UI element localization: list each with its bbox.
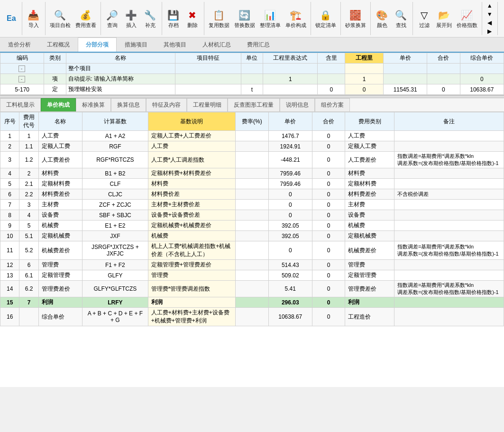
tab-unit-compose[interactable]: 单价构成 bbox=[41, 98, 76, 111]
move-up-button[interactable]: ▲ bbox=[484, 2, 495, 9]
bcell-name: 设备费 bbox=[38, 210, 82, 221]
table-row[interactable]: 13 6.1 定额管理费 GLFY 管理费 509.02 0 定额管理费 bbox=[0, 270, 504, 281]
expand-button[interactable]: 📂 展开到 bbox=[434, 8, 454, 30]
table-row[interactable]: 6 2.2 材料费差价 CLJC 材料费价差 0 0 材料费差价 不含税价调差 bbox=[0, 189, 504, 200]
bottom-table-container: 序号 费用代号 名称 计算基数 基数说明 费率(%) 单价 合价 费用类别 备注… bbox=[0, 112, 504, 387]
bcell-total: 0 bbox=[312, 281, 345, 297]
cell-total bbox=[427, 74, 460, 84]
bcell-unit-price: 10638.67 bbox=[268, 308, 312, 326]
bcell-base: F1 + F2 bbox=[82, 260, 148, 270]
table-row[interactable]: 16 综合单价 A + B + C + D + E + F + G 人工费+材料… bbox=[0, 308, 504, 326]
tab-other-items[interactable]: 其他项目 bbox=[156, 37, 194, 52]
find-button[interactable]: 🔍 查找 bbox=[392, 8, 411, 30]
bcell-name: 定额材料费 bbox=[38, 179, 82, 189]
tab-qty-detail[interactable]: 工程量明细 bbox=[187, 98, 228, 111]
bcell-note bbox=[394, 141, 504, 152]
tab-fee-summary[interactable]: 费用汇总 bbox=[239, 37, 278, 52]
table-row[interactable]: 3 1.2 人工费差价 RGF*RGTCZS 人工费*人工调差指数 -448.2… bbox=[0, 152, 504, 168]
bcell-total: 0 bbox=[312, 210, 345, 221]
bcell-seq: 10 bbox=[0, 231, 19, 241]
copy-data-icon: 📋 bbox=[213, 9, 225, 22]
tab-measures[interactable]: 措施项目 bbox=[117, 37, 156, 52]
query-button[interactable]: 🔎 查询 bbox=[103, 8, 122, 30]
tab-review-qty[interactable]: 反查图形工程量 bbox=[228, 98, 280, 111]
bcell-base-desc: 设备费+设备费价差 bbox=[148, 210, 236, 221]
table-row[interactable]: 5-170 定 预埋螺栓安装 t 0 0 11545.31 0 10638.67 bbox=[0, 84, 504, 95]
expand-btn[interactable]: - bbox=[18, 65, 25, 72]
tab-group-plan[interactable]: 组价方案 bbox=[315, 98, 350, 111]
unit-compose-button[interactable]: 🏗️ 单价构成 bbox=[283, 8, 309, 30]
bottom-table: 序号 费用代号 名称 计算基数 基数说明 费率(%) 单价 合价 费用类别 备注… bbox=[0, 112, 504, 326]
mortar-calc-label: 砂浆换算 bbox=[345, 22, 366, 29]
other-button[interactable]: ⊞ 其他 bbox=[500, 8, 504, 30]
move-left-button[interactable]: ◀ bbox=[484, 19, 495, 27]
bcell-unit-price: 509.02 bbox=[268, 270, 312, 281]
bcell-total: 0 bbox=[312, 241, 345, 260]
copy-data-button[interactable]: 📋 复用数据 bbox=[206, 8, 232, 30]
filter-button[interactable]: ▽ 过滤 bbox=[415, 8, 434, 30]
table-row[interactable]: 5 2.1 定额材料费 CLF 材料费 7959.46 0 定额材料费 bbox=[0, 179, 504, 189]
organize-button[interactable]: 📊 整理清单 bbox=[257, 8, 283, 30]
cell-unit-price bbox=[383, 74, 427, 84]
insert-button[interactable]: ➕ 插入 bbox=[122, 8, 141, 30]
tab-note-info[interactable]: 说明信息 bbox=[280, 98, 315, 111]
tab-labor-machine[interactable]: 人材机汇总 bbox=[194, 37, 239, 52]
bcell-total: 0 bbox=[312, 141, 345, 152]
bcell-name: 综合单价 bbox=[38, 308, 82, 326]
bcell-base-desc: 定额人工费+人工费差价 bbox=[148, 131, 236, 141]
bcell-base-desc: 管理费 bbox=[148, 270, 236, 281]
table-row[interactable]: 9 5 机械费 E1 + E2 定额机械费+机械费差价 392.05 0 机械费 bbox=[0, 221, 504, 231]
table-row[interactable]: 2 1.1 定额人工费 RGF 人工费 1924.91 0 定额人工费 bbox=[0, 141, 504, 152]
lock-clear-button[interactable]: 🔒 锁定清单 bbox=[313, 8, 339, 30]
bcol-header-no: 费用代号 bbox=[19, 112, 38, 131]
tab-standard-calc[interactable]: 标准换算 bbox=[76, 98, 111, 111]
bcell-note bbox=[394, 210, 504, 221]
expand-btn[interactable]: - bbox=[18, 76, 25, 83]
move-down-button[interactable]: ▼ bbox=[484, 10, 495, 18]
move-right-button[interactable]: ▶ bbox=[484, 28, 495, 35]
import-button[interactable]: 📥 导入 bbox=[24, 8, 43, 30]
cell-total bbox=[427, 64, 460, 74]
table-row[interactable]: 11 5.2 机械费差价 JSRGF*JXTCZS + JXFJC 机上人工费*… bbox=[0, 241, 504, 260]
self-check-button[interactable]: 🔍 项目自检 bbox=[47, 8, 73, 30]
bcol-header-total: 合价 bbox=[312, 112, 345, 131]
delete-button[interactable]: ✖ 删除 bbox=[183, 8, 202, 30]
bcell-unit-price: 1924.91 bbox=[268, 141, 312, 152]
tab-convert-info[interactable]: 换算信息 bbox=[111, 98, 146, 111]
tab-labor-material[interactable]: 工料机显示 bbox=[0, 98, 41, 111]
price-index-button[interactable]: 📈 价格指数 bbox=[454, 8, 480, 30]
cell-expr bbox=[263, 84, 318, 95]
bcell-category: 机械费 bbox=[345, 221, 394, 231]
bcell-rate bbox=[236, 200, 268, 210]
table-row[interactable]: - 项 自动提示: 请输入清单简称 1 1 0 bbox=[0, 74, 504, 84]
bcell-rate bbox=[236, 210, 268, 221]
table-row[interactable]: 8 4 设备费 SBF + SBJC 设备费+设备费价差 0 0 设备费 bbox=[0, 210, 504, 221]
tab-cost-analysis[interactable]: 造价分析 bbox=[0, 37, 39, 52]
table-row[interactable]: 7 3 主材费 ZCF + ZCJC 主材费+主材费价差 0 0 主材费 bbox=[0, 200, 504, 210]
fee-check-label: 费用查看 bbox=[75, 22, 96, 29]
table-row[interactable]: 10 5.1 定额机械费 JXF 机械费 392.05 0 定额机械费 bbox=[0, 231, 504, 241]
table-row[interactable]: 12 6 管理费 F1 + F2 定额管理费+管理费差价 514.43 0 管理… bbox=[0, 260, 504, 270]
replace-data-button[interactable]: 🔄 替换数据 bbox=[232, 8, 257, 30]
table-row[interactable]: 4 2 材料费 B1 + B2 定额材料费+材料费差价 7959.46 0 材料… bbox=[0, 168, 504, 179]
top-table: 编码 类别 名称 项目特征 单位 工程里表达式 含里 工程里 单价 合价 综合单… bbox=[0, 53, 504, 95]
color-button[interactable]: 🎨 颜色 bbox=[373, 8, 392, 30]
bcol-header-unit-price: 单价 bbox=[268, 112, 312, 131]
tab-feature-content[interactable]: 特征及内容 bbox=[146, 98, 187, 111]
mortar-calc-button[interactable]: 🧱 砂浆换算 bbox=[343, 8, 368, 30]
bcell-category: 定额人工费 bbox=[345, 141, 394, 152]
table-row[interactable]: - 整个项目 bbox=[0, 64, 504, 74]
toolbar-filter-group: ▽ 过滤 📂 展开到 📈 价格指数 bbox=[413, 2, 482, 35]
bcell-name: 定额机械费 bbox=[38, 231, 82, 241]
tab-project-overview[interactable]: 工程概况 bbox=[39, 37, 78, 52]
fee-check-button[interactable]: 💰 费用查看 bbox=[73, 8, 99, 30]
bcell-note: 指数调差=基期费用*调差系数*kln 调差系数=(发布期价格指数/基期价格指数)… bbox=[394, 241, 504, 260]
table-row[interactable]: 1 1 人工费 A1 + A2 定额人工费+人工费差价 1476.7 0 人工费 bbox=[0, 131, 504, 141]
table-row[interactable]: 14 6.2 管理费差价 GLFY*GLFTCZS 管理费*管理费调差指数 5.… bbox=[0, 281, 504, 297]
tab-section-items[interactable]: 分部分项 bbox=[78, 37, 117, 52]
bcell-category: 定额机械费 bbox=[345, 231, 394, 241]
bcell-note bbox=[394, 260, 504, 270]
save-button[interactable]: 💾 存档 bbox=[164, 8, 183, 30]
table-row[interactable]: 15 7 利润 LRFY 利润 296.03 0 利润 bbox=[0, 297, 504, 308]
supplement-button[interactable]: 🔧 补充 bbox=[141, 8, 160, 30]
